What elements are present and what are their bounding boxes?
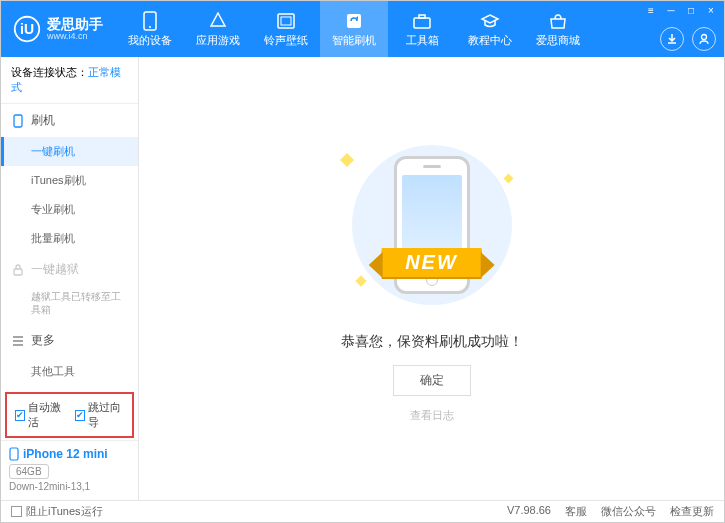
graduation-icon xyxy=(480,11,500,31)
wechat-link[interactable]: 微信公众号 xyxy=(601,504,656,519)
svg-point-9 xyxy=(702,35,707,40)
menu-itunes-flash[interactable]: iTunes刷机 xyxy=(1,166,138,195)
main-content: NEW 恭喜您，保资料刷机成功啦！ 确定 查看日志 xyxy=(139,57,724,500)
unchecked-icon xyxy=(11,506,22,517)
app-header: iU 爱思助手 www.i4.cn 我的设备 应用游戏 铃声壁纸 智能刷机 工具… xyxy=(1,1,724,57)
wallpaper-icon xyxy=(276,11,296,31)
phone-tiny-icon xyxy=(9,447,19,461)
nav-store[interactable]: 爱思商城 xyxy=(524,1,592,57)
svg-rect-4 xyxy=(278,14,294,28)
device-storage: 64GB xyxy=(9,464,49,479)
footer: 阻止iTunes运行 V7.98.66 客服 微信公众号 检查更新 xyxy=(1,500,724,522)
nav-tutorials[interactable]: 教程中心 xyxy=(456,1,524,57)
menu-one-click-flash[interactable]: 一键刷机 xyxy=(1,137,138,166)
svg-rect-5 xyxy=(281,17,291,25)
apps-icon xyxy=(208,11,228,31)
sidebar-menu: 刷机 一键刷机 iTunes刷机 专业刷机 批量刷机 一键越狱 越狱工具已转移至… xyxy=(1,104,138,390)
success-illustration: NEW xyxy=(322,135,542,315)
checkbox-skip-guide[interactable]: ✔跳过向导 xyxy=(75,400,125,430)
window-controls: ≡ ─ □ × xyxy=(642,3,720,17)
sidebar: 设备连接状态：正常模式 刷机 一键刷机 iTunes刷机 专业刷机 批量刷机 一… xyxy=(1,57,139,500)
nav-ringtone-wallpaper[interactable]: 铃声壁纸 xyxy=(252,1,320,57)
svg-rect-11 xyxy=(14,269,22,275)
lock-icon xyxy=(11,263,25,277)
checkbox-auto-activate[interactable]: ✔自动激活 xyxy=(15,400,65,430)
svg-text:iU: iU xyxy=(20,21,34,37)
check-update-link[interactable]: 检查更新 xyxy=(670,504,714,519)
flash-icon xyxy=(344,11,364,31)
device-firmware: Down-12mini-13,1 xyxy=(9,481,130,492)
svg-rect-8 xyxy=(419,15,425,18)
svg-rect-12 xyxy=(10,448,18,460)
menu-batch-flash[interactable]: 批量刷机 xyxy=(1,224,138,253)
success-message: 恭喜您，保资料刷机成功啦！ xyxy=(341,333,523,351)
device-status: 设备连接状态：正常模式 xyxy=(1,57,138,104)
menu-pro-flash[interactable]: 专业刷机 xyxy=(1,195,138,224)
device-info: iPhone 12 mini 64GB Down-12mini-13,1 xyxy=(1,440,138,500)
app-title: 爱思助手 xyxy=(47,17,103,32)
app-subtitle: www.i4.cn xyxy=(47,32,103,41)
menu-download-firmware[interactable]: 下载固件 xyxy=(1,386,138,390)
svg-rect-10 xyxy=(14,115,22,127)
checkbox-block-itunes[interactable]: 阻止iTunes运行 xyxy=(11,504,103,519)
store-icon xyxy=(548,11,568,31)
nav-apps-games[interactable]: 应用游戏 xyxy=(184,1,252,57)
window-maximize-button[interactable]: □ xyxy=(682,3,700,17)
window-close-button[interactable]: × xyxy=(702,3,720,17)
new-ribbon: NEW xyxy=(381,248,482,277)
download-icon[interactable] xyxy=(660,27,684,51)
app-logo-icon: iU xyxy=(13,15,41,43)
version-label: V7.98.66 xyxy=(507,504,551,519)
menu-other-tools[interactable]: 其他工具 xyxy=(1,357,138,386)
device-name-row[interactable]: iPhone 12 mini xyxy=(9,447,130,461)
window-menu-button[interactable]: ≡ xyxy=(642,3,660,17)
phone-icon xyxy=(140,11,160,31)
flash-options-box: ✔自动激活 ✔跳过向导 xyxy=(5,392,134,438)
check-icon: ✔ xyxy=(15,410,25,421)
nav-smart-flash[interactable]: 智能刷机 xyxy=(320,1,388,57)
nav-my-device[interactable]: 我的设备 xyxy=(116,1,184,57)
nav-toolbox[interactable]: 工具箱 xyxy=(388,1,456,57)
phone-small-icon xyxy=(11,114,25,128)
logo-area: iU 爱思助手 www.i4.cn xyxy=(1,15,116,43)
user-icon[interactable] xyxy=(692,27,716,51)
check-icon: ✔ xyxy=(75,410,85,421)
ok-button[interactable]: 确定 xyxy=(393,365,471,396)
support-link[interactable]: 客服 xyxy=(565,504,587,519)
header-action-icons xyxy=(660,27,716,51)
view-log-link[interactable]: 查看日志 xyxy=(410,408,454,423)
menu-section-more[interactable]: 更多 xyxy=(1,324,138,357)
window-minimize-button[interactable]: ─ xyxy=(662,3,680,17)
toolbox-icon xyxy=(412,11,432,31)
menu-section-jailbreak[interactable]: 一键越狱 xyxy=(1,253,138,286)
svg-rect-6 xyxy=(347,14,361,28)
list-icon xyxy=(11,334,25,348)
jailbreak-note: 越狱工具已转移至工具箱 xyxy=(1,286,138,324)
main-nav: 我的设备 应用游戏 铃声壁纸 智能刷机 工具箱 教程中心 爱思商城 xyxy=(116,1,592,57)
svg-rect-7 xyxy=(414,18,430,28)
svg-point-3 xyxy=(149,26,151,28)
menu-section-flash[interactable]: 刷机 xyxy=(1,104,138,137)
